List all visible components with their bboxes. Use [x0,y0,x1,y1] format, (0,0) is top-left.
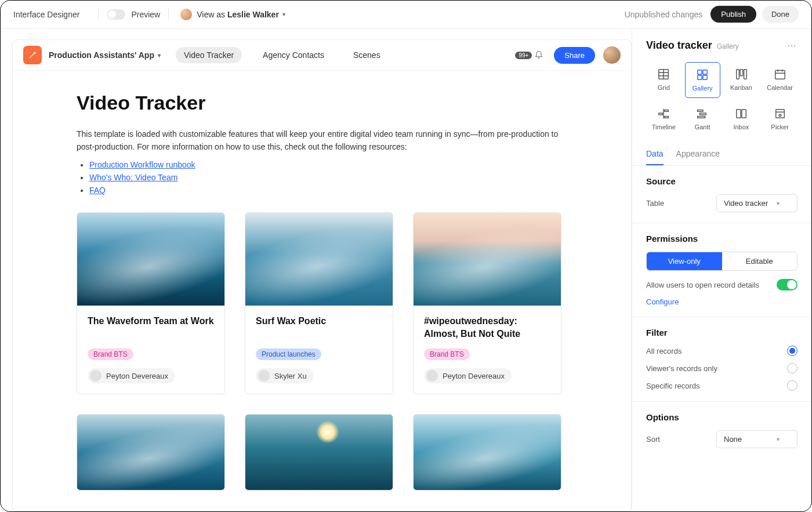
preview-toggle[interactable] [107,9,125,20]
card-image [414,415,561,490]
table-label: Table [646,199,664,208]
svg-rect-6 [698,75,702,79]
layout-option-calendar[interactable]: Calendar [762,62,798,98]
layout-option-timeline[interactable]: Timeline [646,101,682,136]
nav-tab-video-tracker[interactable]: Video Tracker [176,47,242,63]
table-select[interactable]: Video tracker▾ [716,194,798,212]
divider [168,9,169,20]
svg-rect-5 [703,70,707,74]
chevron-down-icon: ▾ [282,11,285,17]
resource-link[interactable]: Who's Who: Video Team [89,173,177,182]
card-tag: Brand BTS [88,348,133,360]
sort-select[interactable]: None▾ [716,430,798,448]
card-tag: Brand BTS [424,348,470,360]
chevron-down-icon: ▾ [158,52,161,59]
resource-link[interactable]: FAQ [89,186,106,195]
card-title: Surf Wax Poetic [256,315,382,340]
svg-rect-19 [698,110,703,112]
layout-option-grid[interactable]: Grid [646,62,682,98]
grid-icon [657,68,670,81]
more-icon[interactable]: ⋯ [787,40,798,51]
done-button[interactable]: Done [762,6,799,23]
canvas-area: Production Assistants' App ▾ Video Track… [1,29,632,511]
card-image [77,213,224,306]
gallery-card[interactable] [413,414,561,491]
radio-icon [787,363,798,373]
panel-subtitle: Gallery [717,42,739,50]
nav-tab-scenes[interactable]: Scenes [345,47,389,63]
layout-option-gallery[interactable]: Gallery [685,62,720,98]
svg-rect-17 [659,113,662,115]
notifications-button[interactable]: 99+ [515,50,543,60]
svg-point-26 [779,114,781,117]
chevron-down-icon: ▾ [777,200,780,206]
app-header: Production Assistants' App ▾ Video Track… [13,40,631,71]
panel-tab-appearance[interactable]: Appearance [676,144,720,165]
gallery-card[interactable]: #wipeoutwednesday: Almost, But Not Quite… [413,212,561,394]
gantt-icon [696,107,709,120]
card-image [245,213,393,306]
svg-rect-22 [737,110,741,118]
gallery-card[interactable] [77,414,225,491]
kanban-icon [735,68,748,81]
bell-icon [534,50,543,60]
inbox-icon [735,107,748,120]
svg-rect-23 [742,110,746,118]
source-section-title: Source [646,176,798,186]
svg-rect-20 [700,113,706,115]
chevron-down-icon: ▾ [777,436,780,442]
gallery-card[interactable]: Surf Wax PoeticProduct launchesSkyler Xu [245,212,393,394]
filter-option[interactable]: All records [646,346,798,356]
permission-editable[interactable]: Editable [722,252,798,270]
preview-label: Preview [131,10,160,19]
filter-section-title: Filter [646,328,798,337]
layout-option-inbox[interactable]: Inbox [724,101,759,136]
svg-rect-4 [698,70,702,74]
svg-rect-10 [744,70,746,79]
gallery-card[interactable] [245,414,393,491]
timeline-icon [657,107,670,120]
resource-link[interactable]: Production Workflow runbook [89,160,195,169]
nav-tab-agency-contacts[interactable]: Agency Contacts [255,47,332,63]
radio-icon [787,346,798,356]
card-image [245,415,393,490]
panel-tab-data[interactable]: Data [646,144,664,165]
card-assignee: Peyton Devereaux [88,368,175,383]
view-as-dropdown[interactable]: View as Leslie Walker ▾ [180,9,285,20]
divider [98,9,99,20]
layout-option-kanban[interactable]: Kanban [724,62,759,98]
configure-link[interactable]: Configure [646,297,679,306]
avatar-icon [90,370,102,382]
svg-rect-18 [665,117,668,118]
permission-view-only[interactable]: View-only [647,252,722,270]
avatar-icon [258,370,270,382]
filter-option[interactable]: Specific records [646,380,798,391]
app-icon [23,46,42,64]
panel-title: Video tracker [646,39,712,52]
svg-rect-21 [698,117,705,118]
gallery-card[interactable]: The Waveform Team at WorkBrand BTSPeyton… [77,212,225,394]
card-image [77,415,224,490]
share-button[interactable]: Share [554,47,595,64]
page-title: Video Tracker [77,92,561,114]
calendar-icon [774,68,786,81]
allow-open-record-toggle[interactable] [777,279,798,291]
notification-badge: 99+ [515,52,532,59]
layout-option-gantt[interactable]: Gantt [685,101,720,136]
sort-label: Sort [646,435,660,444]
page-description: This template is loaded with customizabl… [77,128,561,153]
card-title: The Waveform Team at Work [88,315,214,340]
publish-button[interactable]: Publish [710,6,756,23]
card-tag: Product launches [256,348,321,360]
layout-option-picker[interactable]: Picker [762,101,798,136]
card-assignee: Peyton Devereaux [424,368,512,383]
user-avatar[interactable] [603,46,621,64]
config-panel: Video tracker Gallery ⋯ GridGalleryKanba… [632,29,811,511]
app-name-dropdown[interactable]: Production Assistants' App ▾ [49,50,161,60]
avatar-icon [180,9,192,20]
card-assignee: Skyler Xu [256,368,314,383]
svg-rect-9 [740,70,743,76]
gallery-icon [696,68,709,81]
designer-topbar: Interface Designer Preview View as Lesli… [1,1,811,28]
filter-option[interactable]: Viewer's records only [646,363,798,373]
